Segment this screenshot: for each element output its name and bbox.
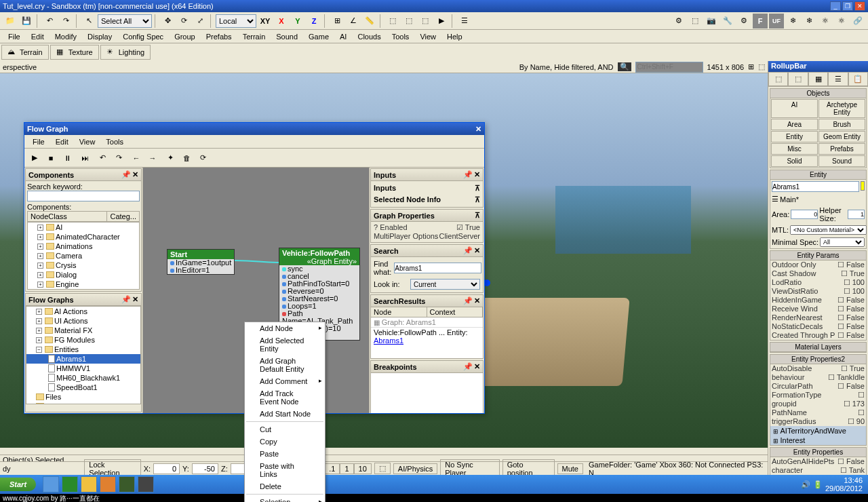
axis-y-icon[interactable]: Y <box>290 14 305 28</box>
tree-item[interactable]: HMMWV1 <box>26 364 140 373</box>
select-filter[interactable]: Select All <box>98 14 152 28</box>
tool-icon[interactable]: ⬚ <box>401 14 416 28</box>
pause-icon[interactable]: ⏸ <box>60 151 75 166</box>
viewport-search[interactable] <box>635 62 703 73</box>
menu-config-spec[interactable]: Config Spec <box>117 31 169 41</box>
tree-item[interactable]: + Entity <box>28 289 139 290</box>
object-type-button[interactable]: Sound <box>818 155 865 167</box>
entity-section[interactable]: Entity <box>770 170 866 180</box>
flowgraph-title-bar[interactable]: Flow Graph ✕ <box>24 123 484 135</box>
fg-menu-view[interactable]: View <box>74 136 101 147</box>
tree-item[interactable]: + Dialog <box>28 270 139 279</box>
pin-icon[interactable]: 📌 <box>463 296 473 305</box>
coord-y[interactable]: -50 <box>192 463 218 474</box>
menu-edit[interactable]: Edit <box>26 31 50 41</box>
props2-section[interactable]: Entity Properties2 <box>770 355 866 364</box>
close-icon[interactable]: ✕ <box>474 170 480 179</box>
taskbar-app-icon[interactable] <box>119 476 135 493</box>
pin-icon[interactable]: 📌 <box>463 246 473 255</box>
freeze-icon[interactable]: ❄ <box>785 14 800 28</box>
f-icon[interactable]: F <box>753 14 768 28</box>
tree-item[interactable]: Abrams1 <box>26 354 140 364</box>
rollup-tab-3[interactable]: ▦ <box>808 72 828 86</box>
tree-item[interactable]: MH60_Blackhawk1 <box>26 373 140 383</box>
rollup-tab-1[interactable]: ⬚ <box>768 72 788 86</box>
col-nodeclass[interactable]: NodeClass <box>28 212 107 221</box>
play-icon[interactable]: ▶ <box>27 151 42 166</box>
collapse-icon[interactable]: ⊼ <box>475 184 480 193</box>
menu-prefabs[interactable]: Prefabs <box>201 31 237 41</box>
tool-icon[interactable]: 🔧 <box>720 14 735 28</box>
taskbar-app-icon[interactable] <box>81 476 97 493</box>
atom2-icon[interactable]: ⚛ <box>834 14 849 28</box>
close-icon[interactable]: ✕ <box>474 296 480 305</box>
menu-help[interactable]: Help <box>441 31 468 41</box>
taskbar-app-icon[interactable] <box>138 476 154 493</box>
object-type-button[interactable]: Solid <box>771 155 818 167</box>
col-node[interactable]: Node <box>371 307 427 317</box>
clock-date[interactable]: 29/08/2012 <box>825 484 863 493</box>
maximize-button[interactable]: ❐ <box>842 1 853 11</box>
close-icon[interactable]: ✕ <box>474 362 480 371</box>
menu-item[interactable]: Add Node <box>245 322 325 334</box>
close-icon[interactable]: ✕ <box>132 295 138 304</box>
menu-game[interactable]: Game <box>303 31 334 41</box>
xy-button[interactable]: XY <box>258 14 273 28</box>
mtl-select[interactable]: <No Custom Material> <box>790 225 867 235</box>
menu-tools[interactable]: Tools <box>387 31 415 41</box>
menu-item[interactable]: Selection <box>245 496 325 502</box>
menu-view[interactable]: View <box>414 31 441 41</box>
look-in-select[interactable]: Current <box>410 279 480 290</box>
tree-item[interactable]: + FG Modules <box>26 335 140 345</box>
components-search[interactable] <box>27 191 140 201</box>
tree-item[interactable]: + AI <box>28 223 139 232</box>
tree-item[interactable]: + AnimatedCharacter <box>28 232 139 242</box>
tab-terrain[interactable]: ⛰Terrain <box>1 45 49 60</box>
rollup-tab-5[interactable]: 📋 <box>848 72 868 86</box>
mute-button[interactable]: Mute <box>557 463 583 474</box>
atom-icon[interactable]: ⚛ <box>818 14 833 28</box>
area-input[interactable] <box>791 210 818 219</box>
tool-icon[interactable]: ⬚ <box>688 14 703 28</box>
object-type-button[interactable]: Entity <box>771 131 818 142</box>
property-row[interactable]: NoStaticDecals☐ False <box>770 322 866 331</box>
tree-item[interactable]: SpeedBoat1 <box>26 383 140 392</box>
menu-group[interactable]: Group <box>169 31 201 41</box>
uf-icon[interactable]: UF <box>769 14 784 28</box>
speed-preset-button[interactable]: .1 <box>324 463 340 474</box>
link-icon[interactable]: 🔗 <box>850 14 865 28</box>
tree-item[interactable]: Files <box>26 392 140 402</box>
fg-menu-tools[interactable]: Tools <box>100 136 129 147</box>
collapse-icon[interactable]: ⊼ <box>475 195 480 204</box>
property-row[interactable]: AutoDisable☐ True <box>770 364 866 373</box>
helper-input[interactable] <box>848 210 865 219</box>
tree-item-entities[interactable]: − Entities <box>26 345 140 354</box>
entity-name-input[interactable] <box>772 181 859 192</box>
snap-grid-icon[interactable]: ⊞ <box>330 14 344 28</box>
object-type-button[interactable]: Archetype Entity <box>818 99 865 118</box>
flowgraphs-tree[interactable]: + AI Actions+ UI Actions+ Material FX+ F… <box>26 306 141 404</box>
tree-item[interactable]: + Camera <box>28 251 139 260</box>
menu-item[interactable]: Delete <box>245 480 325 493</box>
open-icon[interactable]: 📁 <box>3 14 18 28</box>
menu-file[interactable]: File <box>3 31 26 41</box>
pin-icon[interactable]: 📌 <box>463 170 473 179</box>
close-icon[interactable]: ✕ <box>132 170 138 179</box>
close-icon[interactable]: ✕ <box>474 246 480 255</box>
property-row[interactable]: HiddenInGame☐ False <box>770 296 866 305</box>
layer-icon[interactable]: ☰ <box>457 14 472 28</box>
find-what-input[interactable] <box>394 263 481 273</box>
property-row[interactable]: Receive Wind☐ False <box>770 305 866 313</box>
terrain-collision-icon[interactable]: ⬚ <box>374 463 391 474</box>
coord-x[interactable]: 0 <box>153 463 180 474</box>
property-row[interactable]: FormationType☐ <box>770 391 866 400</box>
property-row[interactable]: Cast Shadow☐ True <box>770 269 866 278</box>
snap-angle-icon[interactable]: ∠ <box>346 14 361 28</box>
gear-icon[interactable]: ⚙ <box>736 14 751 28</box>
start-button[interactable]: Start <box>0 478 36 491</box>
tree-item[interactable]: Prefabs <box>26 402 140 404</box>
camera-icon[interactable]: 📷 <box>704 14 719 28</box>
move-icon[interactable]: ✥ <box>160 14 175 28</box>
property-row[interactable]: triggerRadius☐ 90 <box>770 417 866 426</box>
stop-icon[interactable]: ■ <box>43 151 58 166</box>
